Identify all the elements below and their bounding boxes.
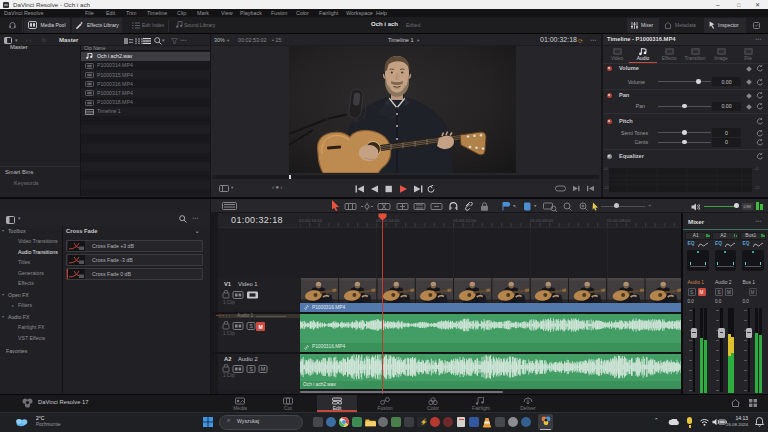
svg-text:S: S [249, 366, 253, 372]
svg-text:M: M [261, 366, 266, 372]
svg-text:S: S [249, 323, 253, 329]
